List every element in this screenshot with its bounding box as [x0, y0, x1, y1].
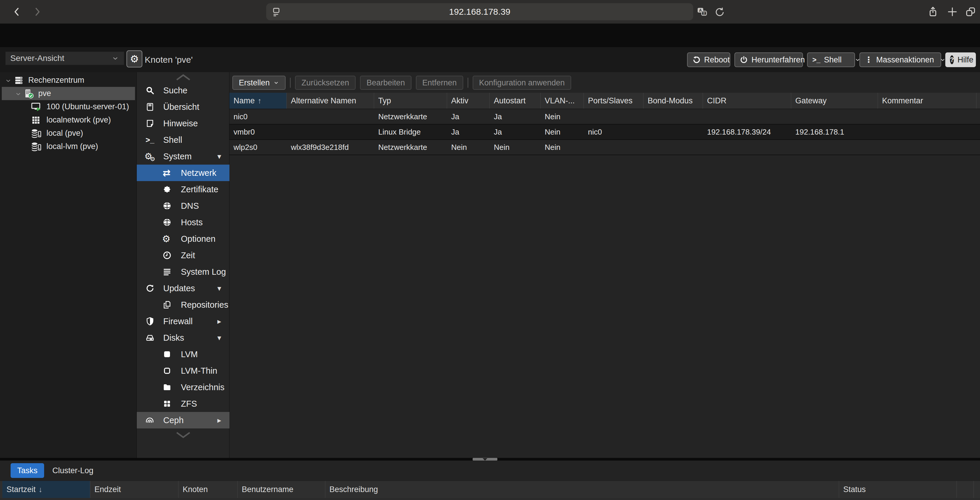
nav-item-notes[interactable]: Hinweise	[137, 115, 229, 132]
column-header-type[interactable]: Typ	[374, 93, 447, 109]
tab-cluster-log[interactable]: Cluster-Log	[52, 460, 94, 481]
column-header-description[interactable]: Beschreibung	[325, 481, 839, 498]
reboot-icon	[692, 56, 701, 64]
column-header-node[interactable]: Knoten	[178, 481, 238, 498]
ceph-icon	[145, 416, 154, 425]
nav-item-dns[interactable]: DNS	[137, 198, 229, 214]
nav-item-system[interactable]: ⚙⚙ System ▾	[137, 148, 229, 165]
network-content: Erstellen Zurücksetzen Bearbeiten Entfer…	[229, 72, 980, 458]
tree-item-datacenter[interactable]: Rechenzentrum	[0, 73, 137, 87]
app-header: PROXMOX Virtual Environment 9.1.1 Dokume…	[0, 24, 980, 47]
row-separator	[229, 155, 980, 155]
nav-item-zfs[interactable]: ZFS	[137, 395, 229, 412]
power-icon	[740, 56, 748, 64]
caret-right-icon[interactable]: ▸	[217, 412, 221, 428]
nav-item-directory[interactable]: Verzeichnis	[137, 379, 229, 395]
column-header-ports[interactable]: Ports/Slaves	[584, 93, 644, 109]
share-icon[interactable]	[927, 6, 939, 18]
tree-item-localnetwork[interactable]: localnetwork (pve)	[0, 113, 137, 127]
square-filled-icon	[163, 350, 172, 359]
new-tab-icon[interactable]	[947, 6, 958, 18]
nav-item-disks[interactable]: Disks ▾	[137, 329, 229, 346]
reload-icon[interactable]	[714, 6, 726, 18]
nav-item-overview[interactable]: Übersicht	[137, 99, 229, 115]
column-header-name[interactable]: Name↑	[229, 93, 287, 109]
nav-item-repositories[interactable]: Repositories	[137, 297, 229, 313]
browser-forward-icon[interactable]	[31, 6, 43, 18]
caret-down-icon[interactable]: ▾	[217, 280, 221, 297]
tab-overview-icon[interactable]	[965, 6, 977, 18]
panel-splitter[interactable]	[0, 458, 980, 460]
nav-item-certificates[interactable]: Zertifikate	[137, 181, 229, 198]
tree-item-node-pve[interactable]: pve	[0, 87, 137, 100]
sort-asc-icon: ↑	[258, 96, 261, 105]
gear-icon: ⚙	[130, 53, 139, 65]
column-header-starttime[interactable]: Startzeit↓	[2, 481, 90, 498]
scroll-down-icon[interactable]	[172, 431, 194, 439]
apply-config-button: Konfiguration anwenden	[473, 76, 571, 90]
shell-button[interactable]: >_ Shell	[807, 53, 855, 67]
square-outline-icon	[163, 366, 172, 375]
nav-item-hosts[interactable]: Hosts	[137, 214, 229, 230]
address-bar[interactable]: 192.168.178.39	[266, 3, 693, 20]
column-header-vlan[interactable]: VLAN-...	[541, 93, 584, 109]
help-button[interactable]: ? Hilfe	[945, 53, 976, 67]
bulk-actions-button[interactable]: ⋮ Massenaktionen	[859, 53, 941, 67]
table-row[interactable]: nic0 Netzwerkkarte Ja Ja Nein	[229, 109, 980, 124]
globe-icon	[163, 218, 172, 227]
tree-item-storage-local[interactable]: local (pve)	[0, 127, 137, 140]
caret-down-icon[interactable]: ▾	[217, 329, 221, 346]
clock-icon	[163, 251, 172, 260]
table-row[interactable]: vmbr0 Linux Bridge Ja Ja Nein nic0 192.1…	[229, 125, 980, 139]
table-row[interactable]: wlp2s0 wlx38f9d3e218fd Netzwerkkarte Nei…	[229, 140, 980, 155]
tasks-table-header: Startzeit↓ Endzeit Knoten Benutzername B…	[0, 481, 980, 498]
list-icon	[163, 267, 172, 276]
column-header-username[interactable]: Benutzername	[238, 481, 325, 498]
url-text[interactable]: 192.168.178.39	[266, 3, 693, 20]
browser-back-icon[interactable]	[11, 6, 23, 18]
divider	[468, 78, 468, 88]
column-header-cidr[interactable]: CIDR	[703, 93, 791, 109]
splitter-handle[interactable]	[473, 458, 497, 460]
revert-button: Zurücksetzen	[295, 76, 356, 90]
shutdown-button[interactable]: Herunterfahren	[734, 53, 803, 67]
translate-icon[interactable]: A 文	[697, 6, 708, 18]
nav-item-firewall[interactable]: Firewall ▸	[137, 313, 229, 329]
nav-item-ceph[interactable]: Ceph ▸	[137, 412, 229, 428]
tree-collapse-icon[interactable]	[15, 90, 22, 97]
caret-down-icon[interactable]: ▾	[217, 148, 221, 165]
gear-icon: ⚙	[162, 230, 170, 247]
nav-item-network[interactable]: ⇄ Netzwerk	[137, 165, 229, 181]
book-icon	[146, 102, 154, 111]
column-header-gateway[interactable]: Gateway	[791, 93, 878, 109]
view-select[interactable]: Server-Ansicht	[5, 51, 124, 65]
refresh-icon	[146, 284, 154, 293]
column-header-endtime[interactable]: Endzeit	[90, 481, 178, 498]
reboot-button[interactable]: Reboot	[687, 53, 730, 67]
nav-item-lvm-thin[interactable]: LVM-Thin	[137, 363, 229, 379]
tree-item-storage-local-lvm[interactable]: local-lvm (pve)	[0, 140, 137, 153]
caret-right-icon[interactable]: ▸	[217, 313, 221, 329]
scroll-up-icon[interactable]	[172, 73, 194, 81]
nav-item-options[interactable]: ⚙ Optionen	[137, 230, 229, 247]
globe-icon	[163, 201, 172, 210]
nav-item-syslog[interactable]: System Log	[137, 264, 229, 280]
tree-collapse-icon[interactable]	[5, 77, 12, 84]
column-header-bond[interactable]: Bond-Modus	[644, 93, 703, 109]
nav-item-lvm[interactable]: LVM	[137, 346, 229, 363]
column-header-altnames[interactable]: Alternative Namen	[287, 93, 374, 109]
column-header-active[interactable]: Aktiv	[447, 93, 490, 109]
nav-item-shell[interactable]: >_ Shell	[137, 132, 229, 148]
column-header-autostart[interactable]: Autostart	[490, 93, 541, 109]
column-header-comment[interactable]: Kommentar	[878, 93, 977, 109]
view-settings-button[interactable]: ⚙	[126, 50, 142, 67]
tab-tasks[interactable]: Tasks	[11, 463, 44, 478]
chevron-down-icon	[939, 56, 946, 63]
nav-item-search[interactable]: Suche	[137, 82, 229, 99]
create-button[interactable]: Erstellen	[232, 76, 286, 90]
tree-item-vm-100[interactable]: 100 (Ubuntu-server-01)	[0, 100, 137, 113]
nav-item-updates[interactable]: Updates ▾	[137, 280, 229, 297]
column-header-status[interactable]: Status	[839, 481, 957, 498]
collapse-triangle-icon	[483, 458, 487, 460]
nav-item-time[interactable]: Zeit	[137, 247, 229, 264]
